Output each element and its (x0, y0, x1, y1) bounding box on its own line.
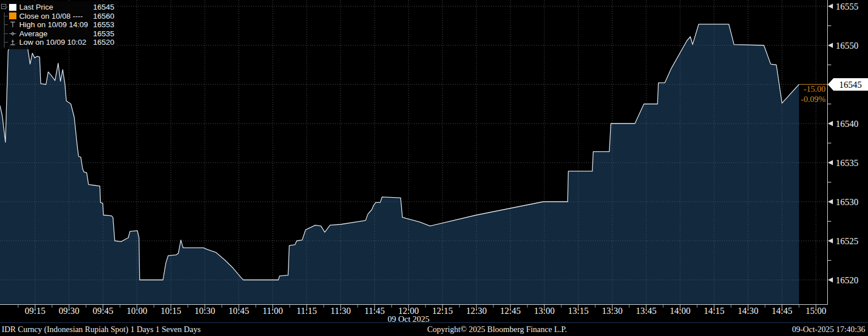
legend-value: 16553 (91, 20, 114, 29)
x-tick-label: 12:15 (432, 306, 453, 316)
x-tick-label: 13:00 (534, 306, 555, 316)
x-tick-label: 15:00 (806, 306, 826, 316)
x-tick-label: 14:45 (772, 306, 792, 316)
legend-item-high[interactable]: High on 10/09 14:09 16553 (9, 20, 114, 29)
y-tick-arrow (828, 43, 833, 48)
legend-value: 16520 (91, 38, 114, 46)
price-chart[interactable]: 1655516550165451654016535165301652516520… (0, 0, 868, 322)
white-square-icon (9, 4, 16, 11)
x-tick-label: 10:15 (161, 306, 181, 316)
legend-label: Close on 10/08 ---- (19, 12, 91, 20)
legend-label: Low on 10/09 10:02 (19, 38, 91, 46)
x-tick-label: 09:45 (93, 306, 113, 316)
copyright-text: Copyright© 2025 Bloomberg Finance L.P. (427, 325, 567, 334)
x-tick-label: 14:00 (670, 306, 690, 316)
x-tick-label: 09:30 (59, 306, 79, 316)
price-area-fill (0, 24, 799, 304)
orange-square-icon (9, 12, 16, 19)
x-tick-label: 10:45 (229, 306, 249, 316)
x-axis-date-label: 09 Oct 2025 (388, 314, 429, 323)
timestamp: 09-Oct-2025 17:40:36 (792, 325, 865, 334)
y-tick-arrow (828, 121, 833, 126)
y-tick-arrow (828, 160, 833, 165)
legend-label: Average (19, 29, 91, 38)
legend-item-last-price[interactable]: Last Price 16545 (9, 3, 114, 12)
legend-item-average[interactable]: Average 16535 (9, 29, 114, 39)
chart-legend: Last Price 16545 Close on 10/08 ---- 165… (0, 1, 118, 49)
x-tick-label: 11:00 (263, 306, 283, 316)
change-percent-label: -0.09% (801, 95, 826, 104)
y-tick-arrow (828, 278, 833, 283)
x-tick-label: 13:45 (636, 306, 656, 316)
x-tick-label: 13:30 (602, 306, 622, 316)
legend-item-low[interactable]: Low on 10/09 10:02 16520 (9, 38, 114, 47)
x-tick-label: 12:45 (500, 306, 521, 316)
y-tick-label: 16520 (836, 275, 858, 285)
legend-value: 16535 (91, 29, 114, 38)
legend-item-close[interactable]: Close on 10/08 ---- 16560 (9, 12, 114, 21)
legend-value: 16545 (91, 3, 114, 11)
legend-value: 16560 (91, 12, 114, 20)
legend-label: High on 10/09 14:09 (19, 20, 91, 29)
x-tick-label: 11:45 (364, 306, 385, 316)
x-tick-label: 10:30 (195, 306, 215, 316)
y-tick-label: 16540 (836, 119, 858, 129)
x-tick-label: 14:30 (738, 306, 758, 316)
y-tick-label: 16550 (836, 41, 858, 50)
x-tick-label: 13:15 (568, 306, 588, 316)
change-value-label: -15.00 (803, 84, 826, 93)
x-tick-label: 12:30 (466, 306, 487, 316)
legend-label: Last Price (19, 3, 91, 11)
low-marker-icon (9, 39, 16, 46)
x-tick-label: 09:15 (25, 306, 45, 316)
y-tick-arrow (828, 4, 833, 9)
average-marker-icon (9, 30, 16, 37)
y-tick-label: 16525 (836, 236, 858, 246)
high-marker-icon (9, 21, 16, 28)
status-bar: IDR Curncy (Indonesian Rupiah Spot) 1 Da… (0, 322, 868, 336)
y-tick-label: 16535 (836, 158, 858, 168)
y-tick-arrow (828, 199, 833, 205)
chart-title: IDR Curncy (Indonesian Rupiah Spot) 1 Da… (2, 325, 201, 334)
legend-collapse-icon[interactable]: − (1, 4, 6, 9)
y-tick-arrow (828, 239, 833, 244)
x-tick-label: 11:15 (297, 306, 317, 316)
y-tick-label: 16555 (836, 2, 858, 11)
x-tick-label: 10:00 (127, 306, 147, 316)
bloomberg-chart-screen: 1655516550165451654016535165301652516520… (0, 0, 868, 336)
x-tick-label: 11:30 (330, 306, 351, 316)
y-tick-label: 16530 (836, 197, 858, 207)
last-price-tag-value: 16545 (839, 80, 862, 90)
x-tick-label: 14:15 (704, 306, 724, 316)
